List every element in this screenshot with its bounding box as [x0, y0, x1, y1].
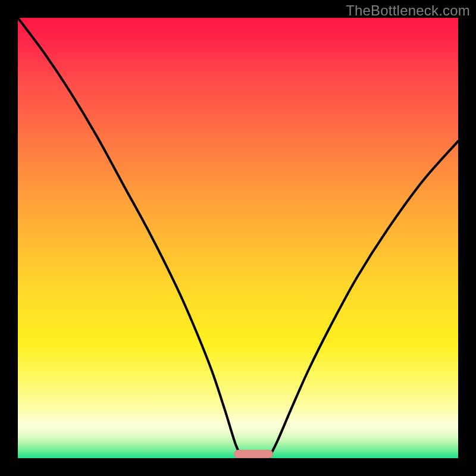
chart-frame: TheBottleneck.com [0, 0, 476, 476]
curve-left-branch [18, 18, 242, 458]
curve-right-branch [269, 141, 458, 458]
watermark-text: TheBottleneck.com [346, 2, 470, 19]
bottleneck-curve [18, 18, 458, 458]
plot-area [18, 18, 458, 458]
sweet-spot-marker [234, 450, 274, 458]
